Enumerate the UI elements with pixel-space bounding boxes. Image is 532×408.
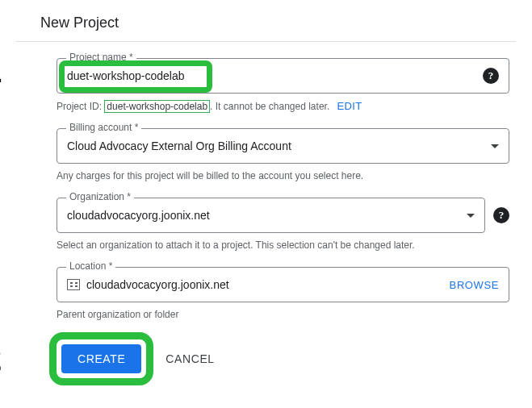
billing-account-label: Billing account *	[66, 122, 141, 133]
organization-value: cloudadvocacyorg.joonix.net	[67, 209, 467, 222]
organization-helper: Select an organization to attach it to a…	[57, 239, 509, 251]
location-value: cloudadvocacyorg.joonix.net	[86, 278, 450, 291]
billing-account-field: Billing account * Cloud Advocacy Externa…	[57, 128, 509, 181]
project-id-prefix: Project ID:	[57, 101, 104, 112]
billing-account-select[interactable]: Cloud Advocacy External Org Billing Acco…	[57, 128, 509, 164]
project-id-suffix: . It cannot be changed later.	[210, 101, 329, 112]
create-button[interactable]: CREATE	[61, 344, 141, 373]
chevron-down-icon	[491, 144, 499, 148]
page-title: New Project	[16, 8, 516, 41]
billing-helper: Any charges for this project will be bil…	[57, 170, 509, 181]
project-id-value: duet-workshop-codelab	[104, 100, 210, 113]
help-icon[interactable]: ?	[493, 207, 509, 223]
project-name-value: duet-workshop-codelab	[67, 69, 483, 82]
project-name-input[interactable]: duet-workshop-codelab ?	[57, 58, 509, 94]
project-name-label: Project name *	[66, 52, 136, 63]
billing-account-value: Cloud Advocacy External Org Billing Acco…	[67, 139, 491, 152]
cancel-button[interactable]: CANCEL	[161, 344, 219, 373]
organization-icon	[67, 279, 80, 290]
help-icon[interactable]: ?	[483, 68, 499, 84]
project-name-field: Project name * duet-workshop-codelab ? P…	[57, 58, 509, 112]
annotation-highlight-create: CREATE	[57, 339, 146, 378]
location-input[interactable]: cloudadvocacyorg.joonix.net BROWSE	[57, 267, 509, 302]
annotation-step-1: 1	[0, 55, 2, 87]
location-helper: Parent organization or folder	[57, 309, 509, 320]
browse-button[interactable]: BROWSE	[450, 279, 499, 291]
edit-project-id-button[interactable]: EDIT	[337, 100, 362, 112]
button-row: CREATE CANCEL	[57, 339, 509, 378]
organization-label: Organization *	[66, 191, 134, 202]
location-label: Location *	[66, 260, 115, 272]
divider	[16, 41, 516, 42]
organization-select[interactable]: cloudadvocacyorg.joonix.net	[57, 198, 485, 233]
new-project-form: 1 Project name * duet-workshop-codelab ?…	[16, 58, 516, 378]
annotation-step-2: 2	[0, 343, 2, 375]
organization-field: Organization * cloudadvocacyorg.joonix.n…	[57, 198, 509, 251]
project-id-helper: Project ID: duet-workshop-codelab. It ca…	[57, 100, 509, 112]
chevron-down-icon	[467, 214, 475, 218]
location-field: Location * cloudadvocacyorg.joonix.net B…	[57, 267, 509, 320]
